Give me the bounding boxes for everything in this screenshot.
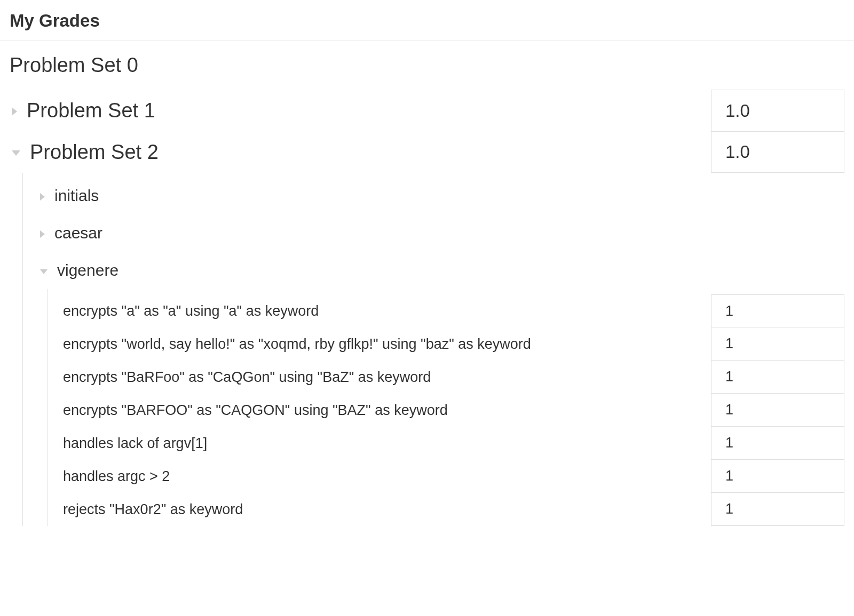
- test-grade: 1: [711, 493, 844, 526]
- test-left: encrypts "BARFOO" as "CAQGON" using "BAZ…: [48, 394, 711, 427]
- problem-set-2-left: Problem Set 2: [12, 131, 711, 173]
- grade-value: 1: [725, 468, 733, 484]
- test-left: encrypts "world, say hello!" as "xoqmd, …: [48, 327, 711, 361]
- sub-vigenere-row[interactable]: vigenere: [23, 252, 854, 289]
- test-desc: encrypts "world, say hello!" as "xoqmd, …: [63, 336, 531, 353]
- test-grade: 1: [711, 460, 844, 493]
- test-row: handles argc > 2 1: [48, 460, 854, 493]
- test-row: handles lack of argv[1] 1: [48, 427, 854, 460]
- grade-value: 1: [725, 501, 733, 517]
- test-row: encrypts "BaRFoo" as "CaQGon" using "BaZ…: [48, 361, 854, 394]
- test-desc: rejects "Hax0r2" as keyword: [63, 501, 243, 518]
- problem-set-2-children: initials caesar vigenere encrypts "a" as…: [22, 173, 854, 526]
- test-row: encrypts "BARFOO" as "CAQGON" using "BAZ…: [48, 394, 854, 427]
- test-grade: 1: [711, 427, 844, 460]
- test-grade: 1: [711, 327, 844, 361]
- test-desc: encrypts "a" as "a" using "a" as keyword: [63, 303, 319, 319]
- grade-value: 1: [725, 435, 733, 451]
- grade-value: 1: [725, 402, 733, 418]
- problem-set-2-title: Problem Set 2: [30, 141, 159, 164]
- chevron-right-icon[interactable]: [12, 107, 17, 116]
- chevron-right-icon[interactable]: [40, 193, 45, 201]
- sub-caesar-row[interactable]: caesar: [23, 214, 854, 252]
- chevron-right-icon[interactable]: [40, 230, 45, 238]
- test-desc: handles lack of argv[1]: [63, 435, 207, 452]
- problem-set-1-title: Problem Set 1: [27, 99, 155, 122]
- problem-set-1-left: Problem Set 1: [12, 90, 711, 131]
- sub-initials-row[interactable]: initials: [23, 177, 854, 214]
- test-desc: encrypts "BaRFoo" as "CaQGon" using "BaZ…: [63, 369, 431, 386]
- test-left: encrypts "BaRFoo" as "CaQGon" using "BaZ…: [48, 361, 711, 394]
- problem-set-1-row[interactable]: Problem Set 1 1.0: [0, 90, 854, 131]
- grade-value: 1: [725, 303, 733, 319]
- test-grade: 1: [711, 294, 844, 327]
- grade-value: 1.0: [725, 142, 750, 162]
- test-left: handles argc > 2: [48, 460, 711, 493]
- test-row: rejects "Hax0r2" as keyword 1: [48, 493, 854, 526]
- grade-value: 1: [725, 369, 733, 385]
- problem-set-2-row[interactable]: Problem Set 2 1.0: [0, 131, 854, 173]
- chevron-down-icon[interactable]: [12, 150, 20, 156]
- test-desc: encrypts "BARFOO" as "CAQGON" using "BAZ…: [63, 402, 448, 419]
- sub-caesar-title: caesar: [54, 224, 102, 242]
- sub-vigenere-title: vigenere: [57, 261, 118, 279]
- test-grade: 1: [711, 394, 844, 427]
- test-desc: handles argc > 2: [63, 468, 170, 485]
- problem-set-0-title: Problem Set 0: [10, 54, 138, 77]
- grades-content: Problem Set 0 Problem Set 1 1.0 Problem …: [0, 41, 854, 526]
- page-title: My Grades: [10, 11, 844, 31]
- test-left: encrypts "a" as "a" using "a" as keyword: [48, 294, 711, 327]
- problem-set-0-row[interactable]: Problem Set 0: [0, 41, 854, 90]
- problem-set-1-grade: 1.0: [711, 90, 844, 131]
- vigenere-tests: encrypts "a" as "a" using "a" as keyword…: [48, 289, 854, 526]
- grade-value: 1.0: [725, 101, 750, 121]
- page-header: My Grades: [0, 0, 854, 41]
- test-left: handles lack of argv[1]: [48, 427, 711, 460]
- problem-set-2-grade: 1.0: [711, 131, 844, 173]
- grade-value: 1: [725, 335, 733, 352]
- chevron-down-icon[interactable]: [40, 269, 48, 274]
- test-row: encrypts "a" as "a" using "a" as keyword…: [48, 294, 854, 327]
- test-row: encrypts "world, say hello!" as "xoqmd, …: [48, 327, 854, 361]
- grades-page: My Grades Problem Set 0 Problem Set 1 1.…: [0, 0, 854, 526]
- sub-initials-title: initials: [54, 187, 99, 205]
- test-grade: 1: [711, 361, 844, 394]
- test-left: rejects "Hax0r2" as keyword: [48, 493, 711, 526]
